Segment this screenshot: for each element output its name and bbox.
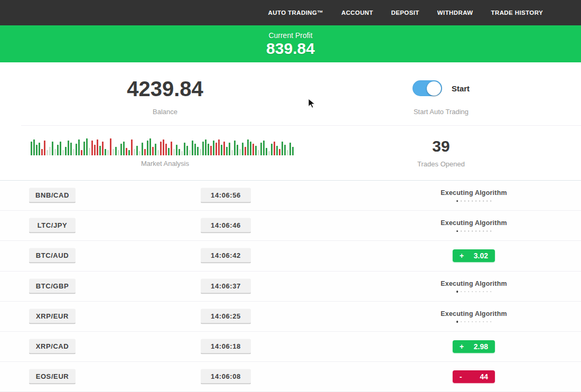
pair-badge: XRP/CAD [29, 339, 76, 354]
chart-bar [181, 151, 183, 155]
chart-bar [245, 147, 246, 155]
trade-status: +2.98 [453, 340, 495, 353]
chart-bar [234, 141, 236, 155]
chart-bar [237, 145, 238, 155]
result-sign: + [460, 342, 464, 351]
chart-bar [258, 150, 259, 155]
chart-bar [184, 143, 185, 155]
chart-bar [192, 141, 193, 155]
chart-bar [46, 150, 48, 155]
chart-bar [226, 147, 228, 155]
chart-bar [54, 149, 56, 155]
chart-bar [65, 147, 67, 155]
toggle-start-label: Start [452, 84, 470, 93]
time-badge: 14:06:46 [201, 218, 251, 234]
trades-opened-value: 39 [432, 137, 449, 155]
progress-dot [464, 321, 466, 323]
chart-bar [287, 150, 288, 155]
trades-list: BNB/CAD 14:06:56 Executing Algorithm LTC… [0, 180, 581, 392]
progress-dot [475, 291, 477, 293]
chart-bar [171, 142, 172, 155]
chart-bar [168, 148, 170, 155]
trade-status: Executing Algorithm [441, 280, 507, 293]
auto-trading-toggle[interactable] [413, 80, 442, 96]
chart-bar [70, 143, 72, 155]
chart-bar [189, 150, 191, 155]
progress-dot [468, 230, 470, 232]
trade-status: +3.02 [453, 249, 495, 262]
chart-bar [105, 149, 106, 155]
chart-bar [271, 144, 273, 155]
progress-dot [464, 230, 466, 232]
loss-badge: -44 [453, 370, 495, 383]
progress-dot [456, 321, 458, 323]
chart-bar [247, 139, 249, 155]
chart-bar [149, 138, 151, 155]
progress-dot [468, 321, 470, 323]
progress-dot [475, 230, 477, 232]
chart-bar [83, 142, 85, 155]
progress-dot [483, 291, 484, 293]
balance-value: 4239.84 [127, 77, 203, 100]
progress-dot [486, 321, 488, 323]
pair-badge: BTC/AUD [29, 248, 76, 264]
progress-dot [464, 291, 466, 293]
chart-bar [263, 141, 265, 155]
current-profit-value: 839.84 [266, 40, 315, 58]
trades-opened-label: Trades Opened [417, 160, 465, 168]
chart-bar [99, 146, 101, 155]
chart-bar [165, 144, 167, 155]
chart-bar [176, 145, 177, 155]
trade-row: XRP/EUR 14:06:25 Executing Algorithm [0, 302, 581, 332]
chart-bar [39, 143, 40, 155]
chart-bar [142, 143, 143, 155]
chart-bar [49, 147, 51, 155]
executing-algorithm-text: Executing Algorithm [441, 280, 507, 287]
trade-status: Executing Algorithm [441, 310, 507, 323]
trade-row: BTC/AUD 14:06:42 +3.02 [0, 241, 581, 271]
chart-bar [78, 139, 80, 155]
profit-badge: +2.98 [453, 340, 495, 353]
nav-item-trade-history[interactable]: TRADE HISTORY [491, 10, 543, 16]
progress-dot [479, 230, 481, 232]
chart-bar [157, 150, 159, 155]
trade-status: Executing Algorithm [441, 219, 507, 232]
chart-bar [91, 141, 93, 155]
current-profit-label: Current Profit [268, 31, 312, 40]
progress-dot [490, 200, 492, 202]
chart-bar [205, 139, 207, 155]
chart-bar [136, 146, 138, 155]
chart-bar [218, 139, 220, 155]
chart-bar [73, 149, 74, 155]
chart-bar [221, 145, 222, 155]
market-analysis-label: Market Analysis [141, 160, 189, 167]
nav-item-auto-trading[interactable]: AUTO TRADING™ [268, 10, 324, 16]
chart-bar [89, 148, 90, 155]
progress-dot [490, 291, 492, 293]
chart-bar [282, 142, 283, 155]
trade-row: LTC/JPY 14:06:46 Executing Algorithm [0, 211, 581, 241]
chart-bar [33, 139, 35, 155]
pair-badge: BNB/CAD [29, 188, 76, 203]
progress-dot [486, 200, 488, 202]
nav-item-withdraw[interactable]: WITHDRAW [437, 10, 473, 16]
chart-bar [131, 139, 133, 155]
start-auto-trading-label: Start Auto Trading [414, 108, 468, 116]
executing-algorithm-text: Executing Algorithm [441, 189, 507, 197]
chart-bar [128, 150, 130, 155]
current-profit-banner: Current Profit 839.84 [0, 25, 581, 62]
nav-item-deposit[interactable]: DEPOSIT [391, 10, 419, 16]
trade-row: BTC/GBP 14:06:37 Executing Algorithm [0, 272, 581, 302]
progress-dot [472, 230, 473, 232]
progress-dot [461, 291, 462, 293]
time-badge: 14:06:08 [201, 369, 251, 385]
nav-item-account[interactable]: ACCOUNT [341, 10, 373, 16]
chart-bar [102, 142, 104, 155]
trade-status: -44 [453, 370, 495, 383]
chart-bar [276, 146, 278, 155]
time-badge: 14:06:18 [201, 339, 251, 354]
result-amount: 3.02 [474, 251, 488, 260]
progress-dot [472, 200, 473, 202]
progress-dots [456, 230, 492, 232]
progress-dot [486, 291, 488, 293]
